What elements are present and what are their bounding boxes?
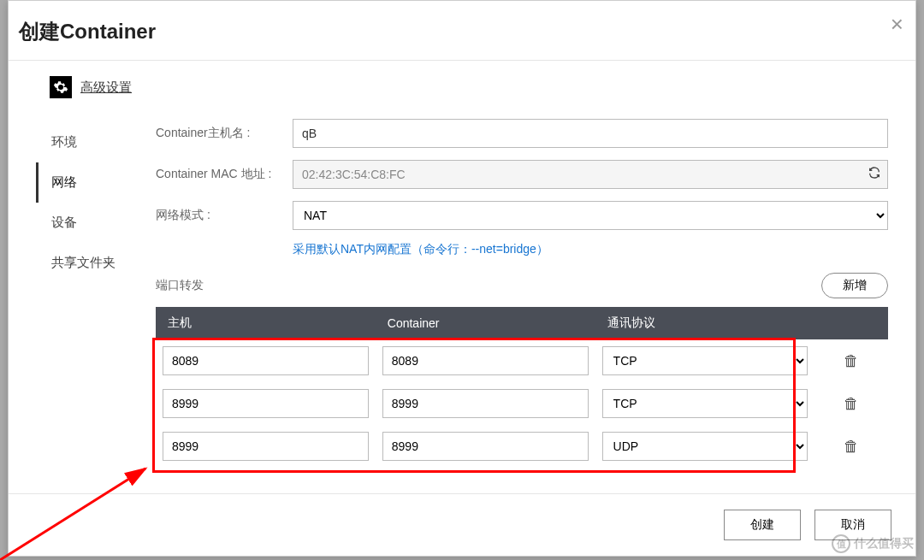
dialog-header: 创建Container × bbox=[9, 1, 915, 61]
port-forward-label: 端口转发 bbox=[156, 278, 204, 293]
advanced-settings-row[interactable]: 高级设置 bbox=[50, 76, 888, 98]
sidebar-item-device[interactable]: 设备 bbox=[36, 203, 130, 243]
settings-sidebar: 环境 网络 设备 共享文件夹 bbox=[36, 114, 130, 468]
close-icon[interactable]: × bbox=[891, 13, 903, 35]
mac-input[interactable] bbox=[293, 160, 888, 189]
host-port-input[interactable] bbox=[163, 432, 369, 461]
nat-hint: 采用默认NAT内网配置（命令行：--net=bridge） bbox=[293, 242, 888, 257]
sidebar-item-network[interactable]: 网络 bbox=[36, 162, 130, 203]
trash-icon[interactable]: 🗑 bbox=[814, 382, 888, 425]
mode-label: 网络模式 : bbox=[156, 208, 293, 223]
dialog-footer: 创建 取消 bbox=[9, 493, 915, 556]
container-port-input[interactable] bbox=[382, 432, 589, 461]
container-port-input[interactable] bbox=[382, 346, 589, 375]
cancel-button[interactable]: 取消 bbox=[814, 510, 891, 540]
host-port-input[interactable] bbox=[163, 346, 369, 375]
hostname-input[interactable] bbox=[293, 119, 888, 148]
table-row: TCP 🗑 bbox=[156, 382, 888, 425]
mac-label: Container MAC 地址 : bbox=[156, 167, 293, 182]
protocol-select[interactable]: TCP bbox=[602, 389, 808, 418]
dialog-title: 创建Container bbox=[19, 18, 898, 45]
network-panel: Container主机名 : Container MAC 地址 : 网络模式 : bbox=[156, 114, 888, 468]
create-container-dialog: 创建Container × 高级设置 环境 网络 设备 共享文件夹 Contai… bbox=[8, 0, 916, 557]
col-host: 主机 bbox=[156, 307, 376, 339]
trash-icon[interactable]: 🗑 bbox=[814, 339, 888, 382]
trash-icon[interactable]: 🗑 bbox=[814, 425, 888, 468]
dialog-body: 高级设置 环境 网络 设备 共享文件夹 Container主机名 : Conta… bbox=[9, 61, 915, 493]
hostname-label: Container主机名 : bbox=[156, 126, 293, 141]
sidebar-item-env[interactable]: 环境 bbox=[36, 122, 130, 162]
container-port-input[interactable] bbox=[382, 389, 589, 418]
col-protocol: 通讯协议 bbox=[595, 307, 815, 339]
host-port-input[interactable] bbox=[163, 389, 369, 418]
col-container: Container bbox=[376, 307, 595, 339]
advanced-settings-link[interactable]: 高级设置 bbox=[80, 80, 132, 96]
protocol-select[interactable]: UDP bbox=[602, 432, 808, 461]
table-row: TCP 🗑 bbox=[156, 339, 888, 382]
add-port-button[interactable]: 新增 bbox=[821, 273, 888, 298]
table-row: UDP 🗑 bbox=[156, 425, 888, 468]
refresh-icon[interactable] bbox=[868, 166, 881, 183]
sidebar-item-shared[interactable]: 共享文件夹 bbox=[36, 243, 130, 283]
network-mode-select[interactable]: NAT bbox=[293, 201, 888, 230]
gear-icon bbox=[50, 76, 72, 98]
port-forward-table: 主机 Container 通讯协议 TCP 🗑 bbox=[156, 307, 888, 468]
protocol-select[interactable]: TCP bbox=[602, 346, 808, 375]
create-button[interactable]: 创建 bbox=[724, 510, 801, 540]
